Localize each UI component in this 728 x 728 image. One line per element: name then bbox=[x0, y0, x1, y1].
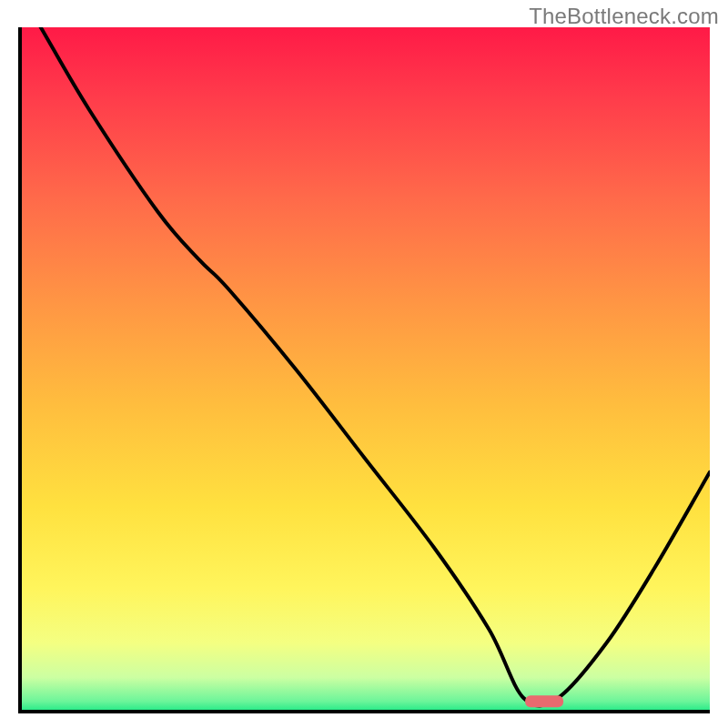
bottleneck-marker bbox=[525, 695, 563, 707]
chart-stage: TheBottleneck.com bbox=[0, 0, 728, 728]
gradient-panel bbox=[20, 27, 710, 712]
chart-svg bbox=[0, 0, 728, 728]
